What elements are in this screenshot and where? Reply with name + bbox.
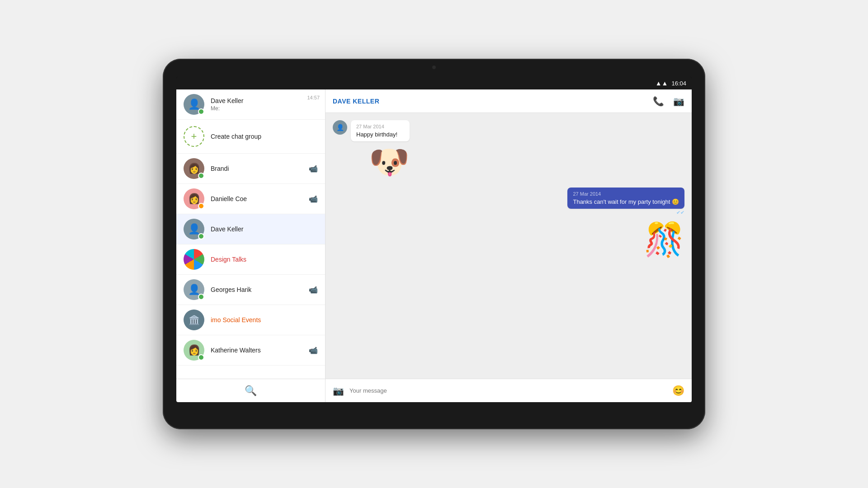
contact-info-georges: Georges Harik (211, 286, 309, 293)
msg-bubble-wrapper-received: 27 Mar 2014 Happy birthday! 🐶 (351, 120, 410, 182)
avatar-wrapper-georges: 👤 (184, 279, 204, 300)
msg-text-received: Happy birthday! (356, 131, 404, 138)
chat-area: DAVE KELLER 📞 📷 👤 27 Mar 2014 (326, 89, 692, 402)
message-bubble-received: 27 Mar 2014 Happy birthday! (351, 120, 410, 141)
contact-item-dave-keller[interactable]: 👤 Dave Keller (176, 214, 325, 244)
contact-item-danielle[interactable]: 👩 Danielle Coe 📹 (176, 184, 325, 214)
chat-header-name: DAVE KELLER (333, 98, 653, 105)
status-time: 16:04 (671, 80, 686, 87)
contact-info: Dave Keller Me: (211, 97, 318, 112)
status-dot-dave (198, 233, 204, 239)
contact-item-imo-social[interactable]: 🏛️ imo Social Events (176, 305, 325, 335)
sidebar: 👤 Dave Keller Me: 14:57 + (176, 89, 326, 402)
avatar-imo-social: 🏛️ (184, 310, 204, 330)
chat-header: DAVE KELLER 📞 📷 (326, 89, 692, 113)
contact-info-dave: Dave Keller (211, 225, 318, 233)
avatar-wrapper-design-talks (184, 249, 204, 270)
tablet-screen: ▲▲ 16:04 👤 Dave Keller Me: (176, 77, 692, 402)
contact-item-katherine[interactable]: 👩 Katherine Walters 📹 (176, 335, 325, 366)
contact-name-design-talks: Design Talks (211, 256, 318, 263)
contact-name-brandi: Brandi (211, 165, 309, 172)
sticker-sent-wrapper: 🎊 (644, 219, 684, 260)
message-row-received: 👤 27 Mar 2014 Happy birthday! 🐶 (333, 120, 684, 182)
msg-avatar-other: 👤 (333, 120, 347, 135)
sent-message-container: 27 Mar 2014 Thanks can't wait for my par… (567, 188, 684, 260)
avatar-wrapper-katherine: 👩 (184, 340, 204, 361)
camera-input-icon[interactable]: 📷 (333, 385, 344, 396)
status-bar: ▲▲ 16:04 (176, 77, 692, 89)
avatar-wrapper: 👤 (184, 94, 204, 115)
sidebar-bottom-bar: 🔍 (176, 379, 325, 402)
contact-item-brandi[interactable]: 👩 Brandi 📹 (176, 154, 325, 184)
chat-header-actions: 📞 📷 (653, 96, 684, 107)
status-dot-brandi (198, 173, 204, 179)
tablet-camera (432, 66, 436, 69)
contact-info-brandi: Brandi (211, 165, 309, 172)
contact-info-danielle: Danielle Coe (211, 195, 309, 202)
contact-meta: Me: (211, 105, 318, 112)
plus-icon: + (191, 131, 197, 141)
contact-name-danielle: Danielle Coe (211, 195, 309, 202)
app-container: 👤 Dave Keller Me: 14:57 + (176, 89, 692, 402)
video-icon-georges: 📹 (309, 286, 318, 294)
video-icon-katherine: 📹 (309, 346, 318, 355)
contact-name-katherine: Katherine Walters (211, 347, 309, 354)
video-call-icon[interactable]: 📷 (673, 96, 684, 107)
avatar-wrapper-imo: 🏛️ (184, 310, 204, 330)
status-dot-danielle (198, 203, 204, 209)
avatar-wrapper-dave: 👤 (184, 219, 204, 239)
avatar-design-talks (184, 249, 204, 270)
contact-name-georges: Georges Harik (211, 286, 309, 293)
contact-info-katherine: Katherine Walters (211, 347, 309, 354)
phone-icon[interactable]: 📞 (653, 96, 664, 107)
msg-text-sent: Thanks can't wait for my party tonight 😊 (573, 198, 679, 205)
create-group-circle: + (184, 126, 204, 147)
search-icon[interactable]: 🔍 (245, 385, 257, 397)
tablet-device: ▲▲ 16:04 👤 Dave Keller Me: (163, 59, 705, 429)
emoji-icon[interactable]: 😊 (672, 385, 684, 397)
status-dot-georges (198, 294, 204, 300)
status-dot-online (198, 108, 204, 115)
chat-input-bar: 📷 😊 (326, 379, 692, 402)
contact-name-dave: Dave Keller (211, 225, 318, 233)
video-icon-brandi: 📹 (309, 164, 318, 173)
contact-name: Dave Keller (211, 97, 318, 104)
contact-name-imo-social: imo Social Events (211, 316, 318, 324)
contact-info-imo: imo Social Events (211, 316, 318, 324)
message-row-sent: 27 Mar 2014 Thanks can't wait for my par… (333, 188, 684, 260)
contact-info-design-talks: Design Talks (211, 256, 318, 263)
sticker-party: 🎊 (644, 219, 684, 260)
status-dot-katherine (198, 354, 204, 361)
message-input[interactable] (349, 387, 667, 394)
create-group-label: Create chat group (211, 133, 261, 140)
wifi-icon: ▲▲ (656, 80, 668, 87)
avatar-wrapper-brandi: 👩 (184, 158, 204, 179)
messages-area: 👤 27 Mar 2014 Happy birthday! 🐶 (326, 113, 692, 379)
tablet-top-bar (163, 59, 705, 77)
create-group-item[interactable]: + Create chat group (176, 120, 325, 154)
video-icon-danielle: 📹 (309, 195, 318, 203)
contact-item-dave-keller-top[interactable]: 👤 Dave Keller Me: 14:57 (176, 89, 325, 120)
msg-time-received: 27 Mar 2014 (356, 124, 404, 129)
contact-item-georges[interactable]: 👤 Georges Harik 📹 (176, 275, 325, 305)
contact-list: 👤 Dave Keller Me: 14:57 + (176, 89, 325, 379)
msg-time-sent: 27 Mar 2014 (573, 191, 679, 197)
tablet-bottom-bar (163, 402, 705, 420)
avatar-wrapper-danielle: 👩 (184, 188, 204, 209)
check-mark-sent: ✔✔ (676, 210, 684, 216)
contact-item-design-talks[interactable]: Design Talks (176, 244, 325, 275)
sticker-dog: 🐶 (369, 141, 410, 182)
sticker-received: 🐶 (351, 141, 410, 182)
message-bubble-sent: 27 Mar 2014 Thanks can't wait for my par… (567, 188, 684, 209)
contact-time: 14:57 (307, 95, 320, 100)
